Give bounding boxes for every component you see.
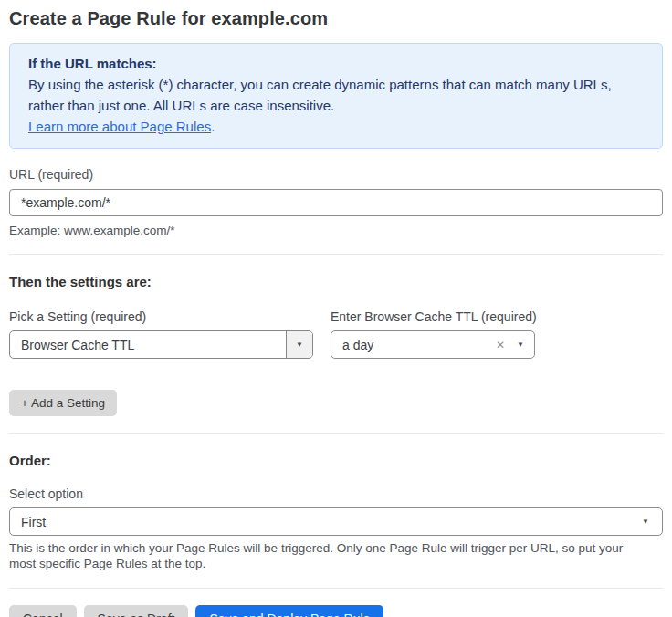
order-helper-text: This is the order in which your Page Rul… [9,541,663,571]
setting-select[interactable]: Browser Cache TTL ▼ [9,330,313,359]
info-box-body-line-2: rather than just one. All URLs are case … [28,95,644,116]
order-helper-line-1: This is the order in which your Page Rul… [9,541,663,557]
info-box-body-line-1: By using the asterisk (*) character, you… [28,74,644,95]
clear-icon[interactable]: ✕ [496,340,505,350]
ttl-column: Enter Browser Cache TTL (required) a day… [331,309,554,359]
order-section-heading: Order: [9,453,663,468]
chevron-down-icon: ▼ [642,518,649,526]
divider [9,433,663,434]
chevron-down-icon: ▼ [296,341,303,349]
cancel-button[interactable]: Cancel [9,605,77,617]
info-box-heading: If the URL matches: [28,53,644,74]
settings-section-heading: Then the settings are: [9,274,663,289]
ttl-select-label: Enter Browser Cache TTL (required) [331,309,554,324]
link-suffix-text: . [211,119,215,134]
divider [9,588,663,589]
url-field-label: URL (required) [9,167,663,182]
order-select-value: First [21,515,642,529]
divider [9,254,663,255]
url-match-info-box: If the URL matches: By using the asteris… [9,43,663,149]
url-example-helper: Example: www.example.com/* [9,224,663,237]
ttl-select[interactable]: a day ✕ ▼ [331,330,535,359]
create-page-rule-form: Create a Page Rule for example.com If th… [0,0,672,617]
order-select-label: Select option [9,486,663,501]
save-and-deploy-button[interactable]: Save and Deploy Page Rule [195,605,383,617]
ttl-select-value: a day [342,338,496,352]
url-input[interactable] [9,189,663,216]
settings-row: Pick a Setting (required) Browser Cache … [9,309,663,359]
save-as-draft-button[interactable]: Save as Draft [84,605,189,617]
form-actions: Cancel Save as Draft Save and Deploy Pag… [9,605,663,617]
setting-select-arrow-button[interactable]: ▼ [286,331,312,358]
setting-column: Pick a Setting (required) Browser Cache … [9,309,313,359]
setting-select-label: Pick a Setting (required) [9,309,313,324]
setting-select-value: Browser Cache TTL [10,338,286,352]
page-title: Create a Page Rule for example.com [9,8,663,29]
add-setting-button[interactable]: + Add a Setting [9,390,117,416]
info-box-link-row: Learn more about Page Rules. [28,116,644,137]
order-select[interactable]: First ▼ [9,507,663,536]
chevron-down-icon: ▼ [517,341,524,349]
order-helper-line-2: most specific Page Rules at the top. [9,557,663,572]
learn-more-link[interactable]: Learn more about Page Rules [28,119,211,134]
